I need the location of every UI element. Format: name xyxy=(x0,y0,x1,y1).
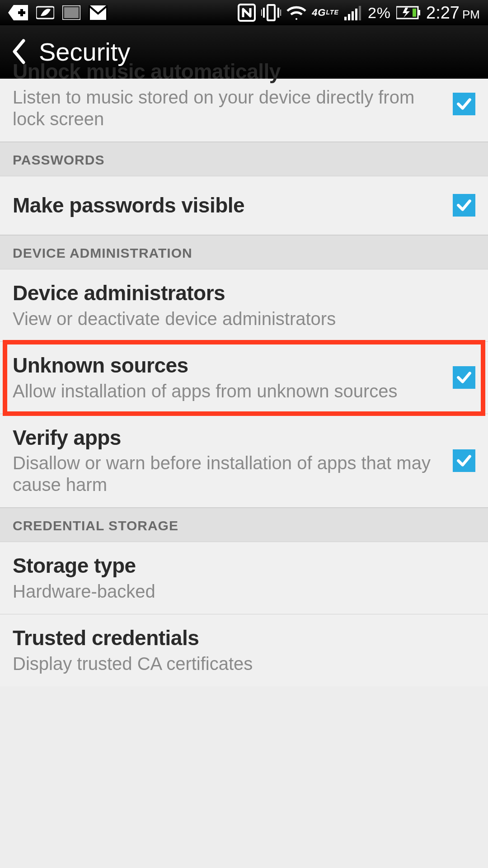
row-verify-apps[interactable]: Verify apps Disallow or warn before inst… xyxy=(0,414,488,508)
checkbox-verify-apps[interactable] xyxy=(453,449,475,472)
svg-rect-4 xyxy=(64,7,79,18)
svg-rect-18 xyxy=(418,10,420,15)
settings-list[interactable]: Unlock music automatically Listen to mus… xyxy=(0,79,488,686)
vibrate-icon xyxy=(261,4,281,21)
battery-percent: 2% xyxy=(368,4,391,22)
clock-ampm: PM xyxy=(462,8,480,22)
gmail-icon xyxy=(89,5,108,20)
status-left-icons xyxy=(8,5,108,20)
clock: 2:27 PM xyxy=(426,3,480,23)
signal-icon xyxy=(344,5,362,20)
row-unlock-music[interactable]: Unlock music automatically Listen to mus… xyxy=(0,79,488,142)
row-title: Unknown sources xyxy=(13,354,444,377)
row-title: Make passwords visible xyxy=(13,193,444,217)
clock-time: 2:27 xyxy=(426,3,460,23)
network-type-label: 4GLTE xyxy=(312,9,339,17)
row-subtitle: Hardware-backed xyxy=(13,580,475,602)
tag-plus-icon xyxy=(8,5,28,20)
svg-rect-16 xyxy=(359,6,361,20)
svg-rect-1 xyxy=(20,9,23,16)
image-icon xyxy=(62,5,80,20)
row-subtitle: View or deactivate device administrators xyxy=(13,308,475,330)
status-bar: 4GLTE 2% 2:27 PM xyxy=(0,0,488,25)
row-subtitle: Display trusted CA certificates xyxy=(13,653,475,675)
row-device-administrators[interactable]: Device administrators View or deactivate… xyxy=(0,269,488,342)
checkbox-unlock-music[interactable] xyxy=(453,93,475,115)
section-passwords: PASSWORDS xyxy=(0,142,488,176)
status-right-icons: 4GLTE 2% 2:27 PM xyxy=(238,3,480,23)
row-storage-type[interactable]: Storage type Hardware-backed xyxy=(0,542,488,614)
section-credential-storage: CREDENTIAL STORAGE xyxy=(0,508,488,542)
svg-rect-15 xyxy=(355,9,357,20)
checkbox-unknown-sources[interactable] xyxy=(453,366,475,389)
row-trusted-credentials[interactable]: Trusted credentials Display trusted CA c… xyxy=(0,614,488,686)
row-title: Trusted credentials xyxy=(13,626,475,650)
leaf-icon xyxy=(36,5,54,20)
checkbox-passwords-visible[interactable] xyxy=(453,194,475,217)
row-make-passwords-visible[interactable]: Make passwords visible xyxy=(0,176,488,235)
battery-charging-icon xyxy=(396,6,421,19)
svg-rect-14 xyxy=(352,11,354,20)
svg-rect-7 xyxy=(267,5,275,20)
svg-rect-12 xyxy=(344,17,347,20)
row-subtitle: Disallow or warn before installation of … xyxy=(13,452,444,495)
row-subtitle: Allow installation of apps from unknown … xyxy=(13,380,444,402)
row-unknown-sources[interactable]: Unknown sources Allow installation of ap… xyxy=(0,342,488,414)
row-subtitle: Listen to music stored on your device di… xyxy=(13,86,444,130)
row-title: Unlock music automatically xyxy=(13,60,444,84)
section-device-admin: DEVICE ADMINISTRATION xyxy=(0,235,488,269)
svg-rect-13 xyxy=(348,14,350,20)
row-title: Device administrators xyxy=(13,281,475,305)
row-title: Verify apps xyxy=(13,426,444,450)
wifi-icon xyxy=(286,5,306,21)
nfc-icon xyxy=(238,4,256,22)
svg-rect-19 xyxy=(413,9,416,17)
row-title: Storage type xyxy=(13,554,475,578)
